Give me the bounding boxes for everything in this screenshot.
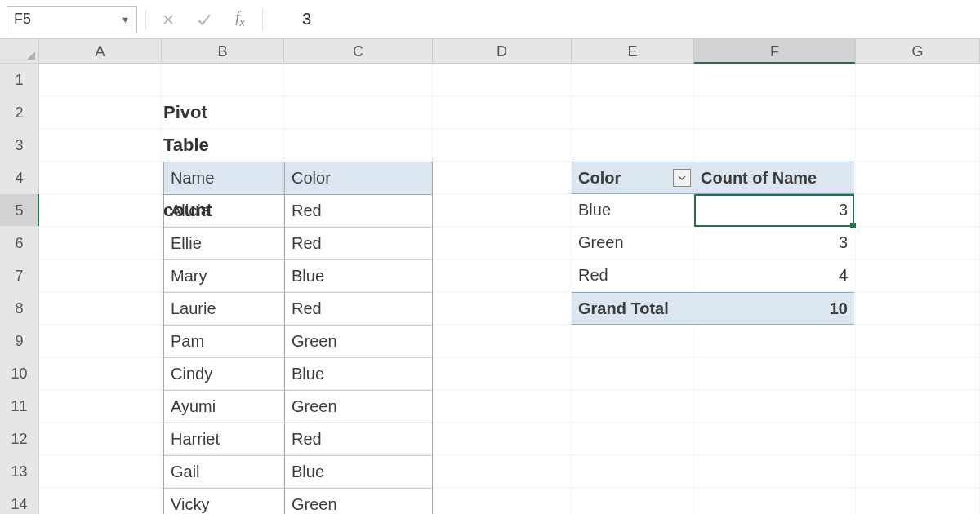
confirm-edit-button[interactable] xyxy=(190,7,218,32)
pivot-row[interactable]: Blue3 xyxy=(572,194,854,227)
cell-A9[interactable] xyxy=(39,325,162,357)
cell-F9[interactable] xyxy=(694,325,856,357)
cell-F1[interactable] xyxy=(694,64,856,96)
cell-A5[interactable] xyxy=(39,194,162,227)
pivot-row[interactable]: Red4 xyxy=(572,259,854,292)
column-header-D[interactable]: D xyxy=(433,39,572,63)
formula-input[interactable] xyxy=(271,9,973,29)
cell-C3[interactable] xyxy=(284,129,433,162)
cell-G2[interactable] xyxy=(856,96,980,129)
column-header-A[interactable]: A xyxy=(39,39,162,63)
cell-D6[interactable] xyxy=(433,227,572,259)
cell-F13[interactable] xyxy=(694,455,856,488)
pivot-grand-total-row[interactable]: Grand Total 10 xyxy=(572,292,854,325)
row-header-12[interactable]: 12 xyxy=(0,423,39,455)
row-header-7[interactable]: 7 xyxy=(0,259,39,292)
cell-A14[interactable] xyxy=(39,488,162,514)
table-row[interactable]: LaurieRed xyxy=(164,293,432,326)
table-row[interactable]: CindyBlue xyxy=(164,358,432,391)
cell-E10[interactable] xyxy=(572,357,694,390)
cell-G9[interactable] xyxy=(856,325,980,357)
table-header-color[interactable]: Color xyxy=(285,162,432,195)
row-header-5[interactable]: 5 xyxy=(0,194,39,227)
row-header-11[interactable]: 11 xyxy=(0,390,39,423)
cell-D11[interactable] xyxy=(433,390,572,423)
cell-A10[interactable] xyxy=(39,357,162,390)
cell-C2[interactable] xyxy=(284,96,433,129)
cell-F2[interactable] xyxy=(694,96,856,129)
cell-D9[interactable] xyxy=(433,325,572,357)
row-header-13[interactable]: 13 xyxy=(0,455,39,488)
select-all-corner[interactable] xyxy=(0,39,39,63)
row-header-10[interactable]: 10 xyxy=(0,357,39,390)
column-header-C[interactable]: C xyxy=(284,39,433,63)
table-row[interactable]: HarrietRed xyxy=(164,423,432,456)
cell-E12[interactable] xyxy=(572,423,694,455)
cell-E2[interactable] xyxy=(572,96,694,129)
cell-A8[interactable] xyxy=(39,292,162,325)
cell-D8[interactable] xyxy=(433,292,572,325)
cell-A3[interactable] xyxy=(39,129,162,162)
table-row[interactable]: EllieRed xyxy=(164,228,432,260)
cell-D10[interactable] xyxy=(433,357,572,390)
cell-A6[interactable] xyxy=(39,227,162,259)
cell-C1[interactable] xyxy=(284,64,433,96)
cell-A4[interactable] xyxy=(39,162,162,194)
cell-G12[interactable] xyxy=(856,423,980,455)
cell-G8[interactable] xyxy=(856,292,980,325)
cell-F14[interactable] xyxy=(694,488,856,514)
cell-E13[interactable] xyxy=(572,455,694,488)
cell-G4[interactable] xyxy=(856,162,980,194)
insert-function-button[interactable]: fx xyxy=(226,7,254,32)
table-header-name[interactable]: Name xyxy=(164,162,285,195)
cell-G5[interactable] xyxy=(856,194,980,227)
cell-D5[interactable] xyxy=(433,194,572,227)
table-row[interactable]: VickyGreen xyxy=(164,489,432,514)
row-header-8[interactable]: 8 xyxy=(0,292,39,325)
row-header-14[interactable]: 14 xyxy=(0,488,39,514)
table-row[interactable]: MaryBlue xyxy=(164,260,432,293)
table-row[interactable]: PamGreen xyxy=(164,326,432,358)
cell-G1[interactable] xyxy=(856,64,980,96)
cell-A2[interactable] xyxy=(39,96,162,129)
cell-A12[interactable] xyxy=(39,423,162,455)
pivot-row[interactable]: Green3 xyxy=(572,227,854,259)
pivot-row-label-header[interactable]: Color xyxy=(572,162,694,194)
cell-A13[interactable] xyxy=(39,455,162,488)
pivot-value-label-header[interactable]: Count of Name xyxy=(694,162,854,194)
cell-A7[interactable] xyxy=(39,259,162,292)
cell-F3[interactable] xyxy=(694,129,856,162)
cell-D13[interactable] xyxy=(433,455,572,488)
cell-A1[interactable] xyxy=(39,64,162,96)
cell-E1[interactable] xyxy=(572,64,694,96)
cell-G10[interactable] xyxy=(856,357,980,390)
row-header-3[interactable]: 3 xyxy=(0,129,39,162)
cell-E9[interactable] xyxy=(572,325,694,357)
cell-G13[interactable] xyxy=(856,455,980,488)
row-header-6[interactable]: 6 xyxy=(0,227,39,259)
pivot-filter-button[interactable] xyxy=(673,169,691,187)
row-header-1[interactable]: 1 xyxy=(0,64,39,96)
cell-G6[interactable] xyxy=(856,227,980,259)
cell-D14[interactable] xyxy=(433,488,572,514)
cell-D3[interactable] xyxy=(433,129,572,162)
cell-B1[interactable] xyxy=(162,64,284,96)
row-header-4[interactable]: 4 xyxy=(0,162,39,194)
cell-G3[interactable] xyxy=(856,129,980,162)
column-header-G[interactable]: G xyxy=(856,39,980,63)
table-row[interactable]: GailBlue xyxy=(164,456,432,489)
column-header-B[interactable]: B xyxy=(162,39,284,63)
cell-G11[interactable] xyxy=(856,390,980,423)
cell-G7[interactable] xyxy=(856,259,980,292)
cell-D7[interactable] xyxy=(433,259,572,292)
table-row[interactable]: AyumiGreen xyxy=(164,391,432,423)
cancel-edit-button[interactable] xyxy=(154,7,182,32)
cell-E3[interactable] xyxy=(572,129,694,162)
cell-G14[interactable] xyxy=(856,488,980,514)
cell-F10[interactable] xyxy=(694,357,856,390)
column-header-E[interactable]: E xyxy=(572,39,694,63)
cell-E11[interactable] xyxy=(572,390,694,423)
spreadsheet-grid[interactable]: ABCDEFG 1234567891011121314 Pivot Table … xyxy=(0,39,980,514)
column-header-F[interactable]: F xyxy=(694,39,856,63)
row-header-2[interactable]: 2 xyxy=(0,96,39,129)
